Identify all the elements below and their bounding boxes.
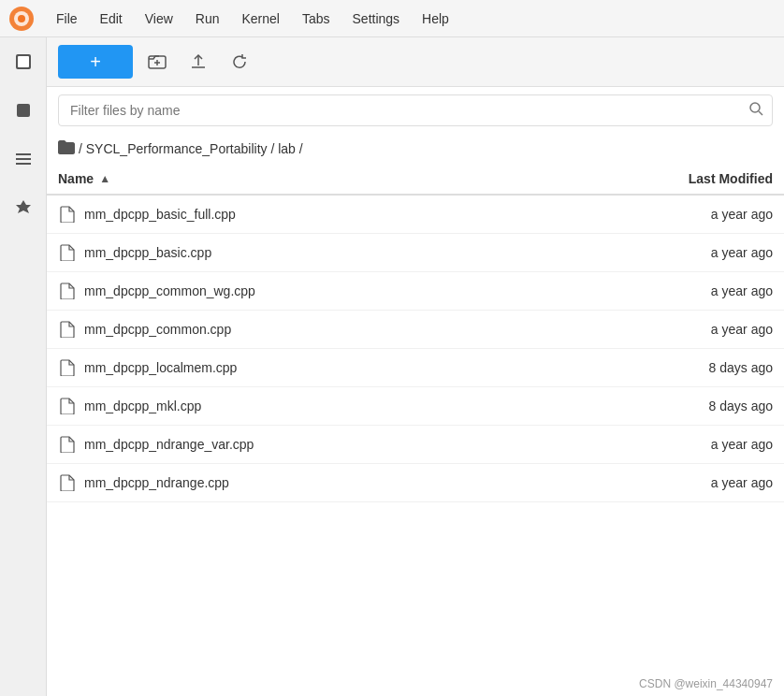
search-icon <box>748 101 763 120</box>
file-icon <box>58 435 77 454</box>
file-name: mm_dpcpp_common_wg.cpp <box>84 283 604 298</box>
file-table: Name ▲ Last Modified mm_dpcpp_basic_full… <box>47 164 784 674</box>
file-name: mm_dpcpp_localmem.cpp <box>84 360 604 375</box>
file-icon <box>58 473 77 492</box>
menu-kernel[interactable]: Kernel <box>232 7 288 30</box>
svg-rect-6 <box>16 153 31 155</box>
menu-tabs[interactable]: Tabs <box>293 7 340 30</box>
table-row[interactable]: mm_dpcpp_basic.cpp a year ago <box>47 234 784 272</box>
file-icon <box>58 243 77 262</box>
activity-bar <box>0 37 47 696</box>
sidebar-item-list[interactable] <box>7 142 40 176</box>
app-body: + <box>0 37 784 696</box>
table-row[interactable]: mm_dpcpp_common_wg.cpp a year ago <box>47 272 784 311</box>
file-icon <box>58 320 77 339</box>
file-icon <box>58 397 77 415</box>
svg-point-12 <box>750 103 760 112</box>
app-logo <box>7 5 36 33</box>
menu-edit[interactable]: Edit <box>91 7 132 30</box>
menu-help[interactable]: Help <box>413 7 458 30</box>
sidebar-item-extensions[interactable] <box>7 191 40 225</box>
svg-rect-8 <box>16 163 31 165</box>
file-date: a year ago <box>604 245 773 260</box>
file-icon <box>58 282 77 300</box>
file-panel: + <box>47 37 784 696</box>
menu-file[interactable]: File <box>47 7 87 30</box>
table-row[interactable]: mm_dpcpp_common.cpp a year ago <box>47 311 784 349</box>
new-file-button[interactable]: + <box>58 45 133 79</box>
svg-rect-4 <box>18 56 29 67</box>
menu-view[interactable]: View <box>136 7 182 30</box>
svg-line-13 <box>759 111 762 115</box>
file-name: mm_dpcpp_basic_full.cpp <box>84 207 604 222</box>
table-row[interactable]: mm_dpcpp_ndrange.cpp a year ago <box>47 464 784 502</box>
breadcrumb: / SYCL_Performance_Portability / lab / <box>47 134 784 164</box>
table-header: Name ▲ Last Modified <box>47 164 784 196</box>
file-date: a year ago <box>604 207 773 222</box>
sort-arrow-icon: ▲ <box>99 172 110 185</box>
file-name: mm_dpcpp_ndrange_var.cpp <box>84 437 604 452</box>
file-name: mm_dpcpp_common.cpp <box>84 322 604 337</box>
file-date: 8 days ago <box>604 360 773 375</box>
new-folder-button[interactable] <box>140 47 174 77</box>
file-date: a year ago <box>604 475 773 490</box>
watermark: CSDN @weixin_44340947 <box>47 674 784 696</box>
file-date: a year ago <box>604 437 773 452</box>
col-modified-header[interactable]: Last Modified <box>604 171 773 186</box>
table-row[interactable]: mm_dpcpp_basic_full.cpp a year ago <box>47 196 784 234</box>
sidebar-item-files[interactable] <box>7 45 40 79</box>
file-name: mm_dpcpp_basic.cpp <box>84 245 604 260</box>
table-row[interactable]: mm_dpcpp_mkl.cpp 8 days ago <box>47 387 784 426</box>
table-row[interactable]: mm_dpcpp_ndrange_var.cpp a year ago <box>47 426 784 464</box>
table-row[interactable]: mm_dpcpp_localmem.cpp 8 days ago <box>47 349 784 387</box>
menu-bar: File Edit View Run Kernel Tabs Settings … <box>0 0 784 37</box>
search-bar <box>58 94 773 126</box>
menu-settings[interactable]: Settings <box>343 7 410 30</box>
file-icon <box>58 358 77 377</box>
toolbar: + <box>47 37 784 87</box>
menu-run[interactable]: Run <box>186 7 229 30</box>
upload-button[interactable] <box>181 47 215 77</box>
file-date: a year ago <box>604 283 773 298</box>
file-name: mm_dpcpp_mkl.cpp <box>84 399 604 413</box>
col-name-header[interactable]: Name ▲ <box>58 171 604 186</box>
breadcrumb-path: / SYCL_Performance_Portability / lab / <box>79 141 303 156</box>
search-input[interactable] <box>58 94 773 126</box>
svg-rect-5 <box>17 104 30 117</box>
breadcrumb-folder-icon <box>58 139 75 158</box>
file-rows-container: mm_dpcpp_basic_full.cpp a year ago mm_dp… <box>47 196 784 502</box>
svg-rect-7 <box>16 158 31 160</box>
file-date: 8 days ago <box>604 399 773 413</box>
file-name: mm_dpcpp_ndrange.cpp <box>84 475 604 490</box>
sidebar-item-stop[interactable] <box>7 94 40 127</box>
file-date: a year ago <box>604 322 773 337</box>
svg-point-2 <box>18 15 25 22</box>
file-icon <box>58 205 77 224</box>
refresh-button[interactable] <box>223 47 256 77</box>
